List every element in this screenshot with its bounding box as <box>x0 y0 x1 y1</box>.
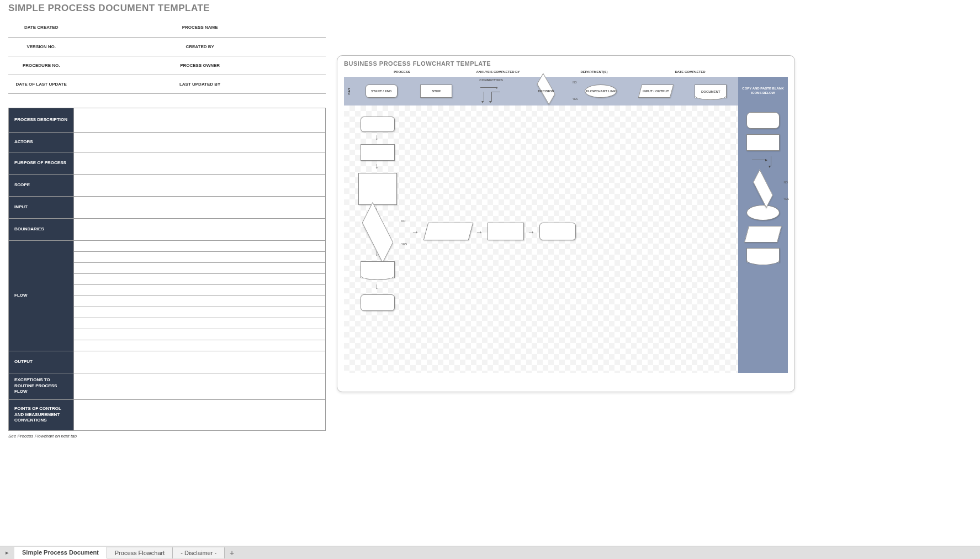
canvas-io-shape[interactable] <box>423 223 474 240</box>
key-document-icon: DOCUMENT <box>695 85 727 98</box>
canvas-end-shape[interactable] <box>539 223 576 240</box>
palette-oval-icon[interactable] <box>746 205 780 220</box>
canvas-start-shape[interactable] <box>361 117 395 132</box>
canvas-large-step-shape[interactable] <box>358 173 397 205</box>
sheet-tab-bar: ▸ Simple Process Document Process Flowch… <box>0 546 980 559</box>
canvas-terminal-shape[interactable] <box>361 294 395 311</box>
tab-process-flowchart[interactable]: Process Flowchart <box>107 547 173 558</box>
cell-purpose[interactable] <box>74 152 326 174</box>
cell-flow-10[interactable] <box>74 340 326 351</box>
row-boundaries: BOUNDARIES <box>9 218 74 240</box>
row-flow: FLOW <box>9 240 74 351</box>
col-date: DATE COMPLETED <box>642 70 738 73</box>
copy-paste-label: COPY AND PASTE BLANK ICONS BELOW <box>738 77 788 106</box>
canvas-no-label: NO <box>401 219 406 223</box>
arrow-icon <box>411 228 419 236</box>
label-process-owner: PROCESS OWNER <box>140 56 260 75</box>
row-output: OUTPUT <box>9 351 74 373</box>
cell-process-description[interactable] <box>74 108 326 132</box>
col-analysis: ANALYSIS COMPLETED BY <box>450 70 546 73</box>
key-io-icon: INPUT / OUTPUT <box>638 85 674 98</box>
cell-scope[interactable] <box>74 174 326 196</box>
cell-flow-5[interactable] <box>74 284 326 296</box>
cell-flow-4[interactable] <box>74 273 326 284</box>
tab-simple-process-document[interactable]: Simple Process Document <box>14 547 107 559</box>
canvas-step-shape-2[interactable] <box>488 223 524 240</box>
tab-disclaimer[interactable]: - Disclaimer - <box>173 547 225 558</box>
col-process: PROCESS <box>354 70 450 73</box>
arrow-icon <box>375 133 379 141</box>
palette-rectangle-icon[interactable] <box>746 134 780 151</box>
input-last-updated-by[interactable] <box>260 75 326 93</box>
canvas-yes-label: YES <box>401 242 407 246</box>
page-title: SIMPLE PROCESS DOCUMENT TEMPLATE <box>8 3 326 14</box>
palette-terminator-icon[interactable] <box>746 112 780 129</box>
label-version-no: VERSION NO. <box>8 37 74 56</box>
row-actors: ACTORS <box>9 132 74 152</box>
cell-exceptions[interactable] <box>74 373 326 399</box>
flowchart-title: BUSINESS PROCESS FLOWCHART TEMPLATE <box>344 60 788 67</box>
cell-flow-9[interactable] <box>74 329 326 340</box>
header-fields-table: DATE CREATED PROCESS NAME VERSION NO. CR… <box>8 18 326 94</box>
row-exceptions: EXCEPTIONS TO ROUTINE PROCESS FLOW <box>9 373 74 399</box>
tab-scroll-right-icon[interactable]: ▸ <box>0 549 14 556</box>
simple-process-document-panel: SIMPLE PROCESS DOCUMENT TEMPLATE DATE CR… <box>8 3 326 439</box>
cell-flow-2[interactable] <box>74 251 326 262</box>
key-connectors-icon: ▸ ▾ ▾ <box>480 84 502 104</box>
input-created-by[interactable] <box>260 37 326 56</box>
cell-flow-7[interactable] <box>74 307 326 318</box>
row-process-description: PROCESS DESCRIPTION <box>9 108 74 132</box>
cell-actors[interactable] <box>74 132 326 152</box>
palette-connectors-icon[interactable]: ▸ ▾ <box>752 156 774 176</box>
key-link-icon: FLOWCHART LINK <box>585 85 617 98</box>
flowchart-panel: BUSINESS PROCESS FLOWCHART TEMPLATE PROC… <box>337 55 795 392</box>
arrow-icon <box>375 162 379 170</box>
cell-input[interactable] <box>74 196 326 218</box>
arrow-icon <box>527 228 535 236</box>
row-input: INPUT <box>9 196 74 218</box>
cell-flow-3[interactable] <box>74 262 326 273</box>
palette-decision-icon[interactable]: NO YES <box>744 182 782 199</box>
label-last-updated-by: LAST UPDATED BY <box>140 75 260 93</box>
cell-output[interactable] <box>74 351 326 373</box>
input-process-name[interactable] <box>260 18 326 37</box>
footnote-text: See Process Flowchart on next tab <box>8 434 326 439</box>
row-scope: SCOPE <box>9 174 74 196</box>
canvas-step-shape[interactable] <box>361 144 395 161</box>
label-date-last-update: DATE OF LAST UPDATE <box>8 75 74 93</box>
input-procedure-no[interactable] <box>74 56 140 75</box>
cell-points[interactable] <box>74 399 326 430</box>
cell-flow-6[interactable] <box>74 296 326 307</box>
input-date-last-update[interactable] <box>74 75 140 93</box>
blank-icons-palette: ▸ ▾ NO YES <box>738 106 788 373</box>
canvas-decision-shape[interactable] <box>347 216 408 249</box>
row-points: POINTS OF CONTROL AND MEASUREMENT CONVEN… <box>9 399 74 430</box>
label-created-by: CREATED BY <box>140 37 260 56</box>
key-label: KEY <box>347 86 351 96</box>
label-process-name: PROCESS NAME <box>140 18 260 37</box>
decision-no-label: NO <box>573 81 577 84</box>
key-connectors-label: CONNECTORS <box>479 78 503 82</box>
cell-boundaries[interactable] <box>74 218 326 240</box>
arrow-icon <box>375 282 379 290</box>
row-purpose: PURPOSE OF PROCESS <box>9 152 74 174</box>
label-date-created: DATE CREATED <box>8 18 74 37</box>
add-sheet-button[interactable]: + <box>225 549 239 557</box>
palette-document-icon[interactable] <box>746 248 780 262</box>
input-process-owner[interactable] <box>260 56 326 75</box>
cell-flow-1[interactable] <box>74 240 326 251</box>
label-procedure-no: PROCEDURE NO. <box>8 56 74 75</box>
palette-parallelogram-icon[interactable] <box>744 226 782 242</box>
flowchart-canvas[interactable]: NO YES <box>344 106 738 373</box>
arrow-icon <box>375 249 379 257</box>
flowchart-header-row: PROCESS ANALYSIS COMPLETED BY DEPARTMENT… <box>344 70 788 73</box>
key-step-icon: STEP <box>420 85 452 98</box>
col-dept: DEPARTMENT(S) <box>546 70 642 73</box>
flowchart-canvas-container: NO YES ▸ ▾ NO YES <box>344 106 788 373</box>
key-terminator-icon: START / END <box>365 85 398 98</box>
input-version-no[interactable] <box>74 37 140 56</box>
canvas-document-shape[interactable] <box>361 261 395 278</box>
input-date-created[interactable] <box>74 18 140 37</box>
cell-flow-8[interactable] <box>74 318 326 329</box>
process-body-table: PROCESS DESCRIPTION ACTORS PURPOSE OF PR… <box>8 108 326 431</box>
